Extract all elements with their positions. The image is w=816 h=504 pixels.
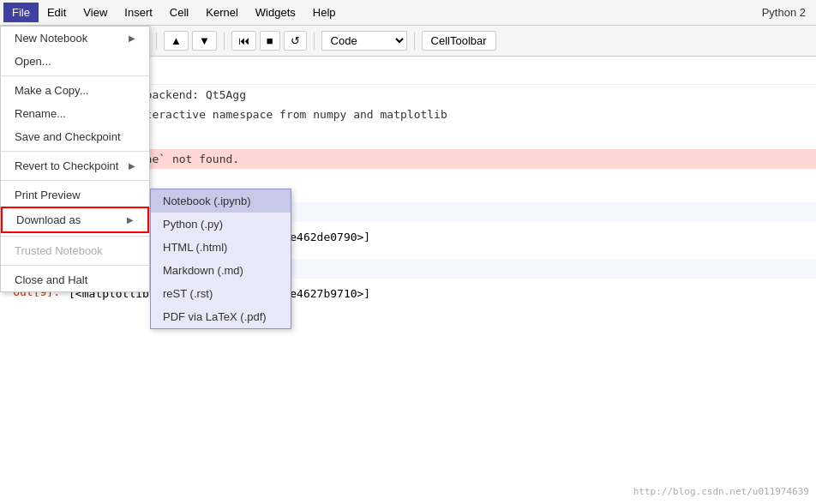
submenu-markdown[interactable]: Markdown (.md) (151, 259, 291, 282)
menu-widgets[interactable]: Widgets (247, 3, 304, 22)
sep1 (156, 33, 157, 50)
file-menu-dropdown: New Notebook ▶ Open... Make a Copy... Re… (0, 26, 150, 292)
menu-print-preview[interactable]: Print Preview (1, 183, 149, 207)
menu-close-halt[interactable]: Close and Halt (1, 268, 149, 291)
menu-help[interactable]: Help (304, 3, 345, 22)
run-button[interactable]: ■ (260, 31, 280, 51)
interrupt-button[interactable]: ↺ (284, 31, 307, 51)
menu-save-checkpoint[interactable]: Save and Checkpoint (1, 125, 149, 148)
sep3 (314, 33, 315, 50)
submenu-rest[interactable]: reST (.rst) (151, 282, 291, 305)
menubar: File Edit View Insert Cell Kernel Widget… (0, 0, 816, 26)
new-notebook-arrow: ▶ (129, 33, 135, 43)
sep-2 (1, 151, 149, 152)
cell-toolbar-button[interactable]: CellToolbar (422, 31, 496, 51)
sep-3 (1, 180, 149, 181)
submenu-notebook[interactable]: Notebook (.ipynb) (151, 189, 291, 213)
sep-5 (1, 265, 149, 266)
move-up-button[interactable]: ▲ (164, 31, 189, 51)
sep2 (224, 33, 225, 50)
menu-kernel[interactable]: Kernel (197, 3, 247, 22)
run-prev-button[interactable]: ⏮ (231, 31, 256, 51)
menu-revert-checkpoint[interactable]: Revert to Checkpoint ▶ (1, 154, 149, 177)
sep-1 (1, 75, 149, 76)
download-arrow: ▶ (127, 215, 134, 225)
revert-arrow: ▶ (129, 161, 135, 171)
menu-view[interactable]: View (75, 3, 116, 22)
menu-edit[interactable]: Edit (39, 3, 75, 22)
menu-cell[interactable]: Cell (161, 3, 197, 22)
menu-download-as[interactable]: Download as ▶ (1, 207, 149, 233)
submenu-python[interactable]: Python (.py) (151, 213, 291, 236)
menu-insert[interactable]: Insert (116, 3, 161, 22)
menu-new-notebook[interactable]: New Notebook ▶ (1, 27, 149, 50)
sep-4 (1, 236, 149, 237)
sep4 (414, 33, 415, 50)
submenu-pdf[interactable]: PDF via LaTeX (.pdf) (151, 305, 291, 328)
kernel-name: Python 2 (762, 6, 813, 19)
download-submenu: Notebook (.ipynb) Python (.py) HTML (.ht… (150, 189, 291, 329)
watermark: http://blog.csdn.net/u011974639 (633, 486, 809, 497)
move-down-button[interactable]: ▼ (192, 31, 217, 51)
menu-trusted-notebook[interactable]: Trusted Notebook (1, 239, 149, 262)
cell-type-select[interactable]: Code Markdown Raw NBConvert Heading (321, 31, 407, 51)
menu-open[interactable]: Open... (1, 50, 149, 73)
menu-file[interactable]: File (3, 3, 39, 22)
submenu-html[interactable]: HTML (.html) (151, 236, 291, 259)
menu-make-copy[interactable]: Make a Copy... (1, 79, 149, 102)
menu-rename[interactable]: Rename... (1, 102, 149, 125)
